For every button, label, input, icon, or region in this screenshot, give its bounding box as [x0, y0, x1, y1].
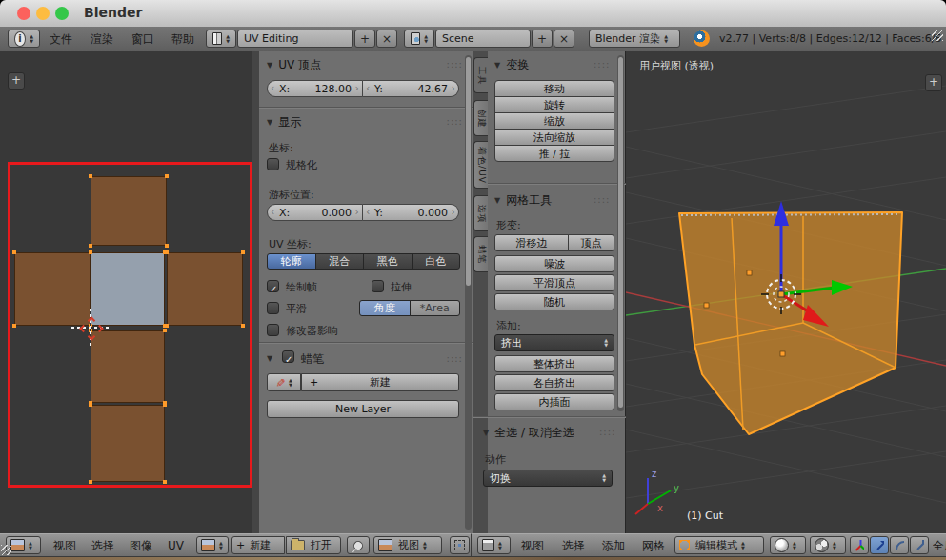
tab-grease-pencil[interactable]: 蜡笔 — [473, 236, 488, 272]
uv-menu-select[interactable]: 选择 — [91, 534, 114, 557]
mode-blend-button[interactable]: 混合 — [315, 253, 365, 270]
cursor-y-field[interactable]: Y:0.000 — [363, 204, 459, 221]
rotate-manipulator-button[interactable] — [890, 536, 909, 554]
editor-type-info-button[interactable] — [8, 30, 40, 48]
randomize-button[interactable]: 随机 — [494, 293, 614, 310]
panel-header-display[interactable]: 显示 — [267, 114, 301, 130]
grease-pencil-new-button[interactable]: +新建 — [301, 373, 459, 391]
uv-vertex[interactable] — [163, 480, 167, 484]
pivot-point-select[interactable] — [810, 536, 846, 554]
uv-vertex[interactable] — [12, 250, 16, 254]
normalized-checkbox[interactable] — [267, 158, 279, 170]
inset-faces-button[interactable]: 内插面 — [494, 393, 614, 410]
uv-canvas-scrollbar[interactable] — [252, 51, 259, 533]
uv-vertex-x-field[interactable]: X:128.00 — [267, 80, 363, 97]
edge-slide-button[interactable]: 滑移边 — [494, 234, 569, 251]
mode-outline-button[interactable]: 轮廓 — [267, 253, 316, 270]
extrude-select[interactable]: 挤出 — [494, 334, 614, 351]
toolshelf-scrollbar[interactable] — [617, 55, 624, 411]
uv-face[interactable] — [91, 330, 165, 403]
extrude-region-button[interactable]: 整体挤出 — [494, 355, 614, 372]
scale-manipulator-button[interactable] — [910, 536, 929, 554]
add-layout-button[interactable]: + — [354, 30, 375, 48]
resize-grip-icon[interactable] — [1, 545, 11, 555]
minimize-window-button[interactable] — [36, 7, 50, 20]
3d-viewport-canvas[interactable]: z y x — [626, 51, 946, 533]
mode-white-button[interactable]: 白色 — [412, 253, 461, 270]
uv-vertex[interactable] — [163, 329, 167, 332]
uv-menu-view[interactable]: 视图 — [53, 534, 76, 557]
panel-grip-icon[interactable] — [594, 194, 610, 205]
view3d-menu-select[interactable]: 选择 — [562, 534, 585, 557]
resize-grip-icon[interactable] — [932, 30, 943, 41]
menu-render[interactable]: 渲染 — [91, 27, 113, 51]
uv-face[interactable] — [91, 405, 165, 482]
stretch-checkbox[interactable] — [372, 280, 384, 292]
mode-black-button[interactable]: 黑色 — [363, 253, 413, 270]
panel-grip-icon[interactable] — [594, 59, 610, 70]
uv-face[interactable] — [91, 176, 167, 246]
scale-normal-button[interactable]: 法向缩放 — [494, 129, 614, 146]
editor-type-3d-button[interactable] — [477, 536, 511, 554]
grease-pencil-checkbox[interactable] — [282, 350, 294, 363]
push-pull-button[interactable]: 推 / 拉 — [494, 145, 614, 162]
cursor-x-field[interactable]: X:0.000 — [267, 204, 363, 221]
add-scene-button[interactable]: + — [532, 30, 553, 48]
transform-orientation-select[interactable]: 全局 — [933, 534, 946, 557]
render-engine-select[interactable]: Blender 渲染 — [589, 30, 680, 48]
uv-vertex[interactable] — [241, 250, 245, 254]
uv-face[interactable] — [167, 252, 243, 326]
uv-vertex[interactable] — [89, 244, 92, 248]
menu-help[interactable]: 帮助 — [171, 27, 194, 51]
tab-shading-uv[interactable]: 着色/UV — [473, 141, 488, 189]
image-browse-button[interactable] — [196, 536, 229, 554]
panel-header-mesh-tools[interactable]: 网格工具 — [494, 192, 552, 209]
panel-header-uv-vertex[interactable]: UV 顶点 — [267, 57, 321, 73]
close-window-button[interactable] — [17, 7, 30, 20]
menu-window[interactable]: 窗口 — [131, 27, 154, 51]
draw-faces-checkbox[interactable] — [267, 280, 279, 292]
uv-vertex[interactable] — [165, 324, 169, 328]
uv-vertex[interactable] — [165, 250, 169, 254]
uv-editor-canvas[interactable]: + — [0, 51, 259, 533]
viewport-shading-select[interactable] — [770, 536, 806, 554]
vertex-slide-button[interactable]: 顶点 — [568, 234, 614, 251]
uv-vertex[interactable] — [163, 403, 167, 407]
screen-layout-name-field[interactable]: UV Editing — [237, 30, 353, 48]
interaction-mode-select[interactable]: 编辑模式 — [674, 536, 764, 554]
view3d-menu-add[interactable]: 添加 — [602, 534, 625, 557]
delete-layout-button[interactable]: × — [376, 30, 397, 48]
expand-properties-button[interactable]: + — [925, 74, 942, 91]
delete-scene-button[interactable]: × — [554, 30, 574, 48]
render-border-button[interactable] — [450, 536, 470, 554]
uv-vertex[interactable] — [89, 403, 92, 407]
uv-menu-image[interactable]: 图像 — [130, 534, 152, 557]
3d-viewport[interactable]: z y x 用户视图 (透视) (1) Cut + — [626, 51, 946, 533]
view3d-menu-mesh[interactable]: 网格 — [642, 534, 665, 557]
scene-icon-button[interactable] — [404, 30, 434, 48]
noise-button[interactable]: 噪波 — [494, 255, 614, 272]
image-new-button[interactable]: +新建 — [231, 536, 285, 554]
smooth-vertex-button[interactable]: 平滑顶点 — [494, 274, 614, 291]
uv-face-selected[interactable] — [91, 252, 165, 326]
uv-vertex[interactable] — [165, 244, 169, 248]
action-select[interactable]: 切换 — [483, 470, 613, 487]
smooth-checkbox[interactable] — [267, 302, 279, 314]
modifier-checkbox[interactable] — [267, 324, 279, 336]
maximize-window-button[interactable] — [55, 7, 69, 20]
extrude-individual-button[interactable]: 各自挤出 — [494, 374, 614, 391]
uv-vertex[interactable] — [12, 324, 16, 328]
uv-vertex[interactable] — [241, 324, 245, 328]
angle-button[interactable]: 角度 — [359, 300, 411, 316]
pin-button[interactable] — [347, 536, 370, 554]
edit-cube[interactable] — [679, 212, 902, 434]
translate-manipulator-button[interactable] — [870, 536, 889, 554]
panel-header-select-all[interactable]: 全选 / 取消全选 — [483, 425, 574, 441]
panel-grip-icon[interactable] — [447, 59, 463, 70]
panel-header-transform[interactable]: 变换 — [494, 57, 529, 73]
uv-face[interactable] — [14, 252, 91, 326]
area-button[interactable]: *Area — [410, 300, 461, 316]
menu-file[interactable]: 文件 — [50, 27, 72, 51]
manipulator-toggle-button[interactable] — [850, 536, 869, 554]
panel-grip-icon[interactable] — [447, 116, 463, 127]
